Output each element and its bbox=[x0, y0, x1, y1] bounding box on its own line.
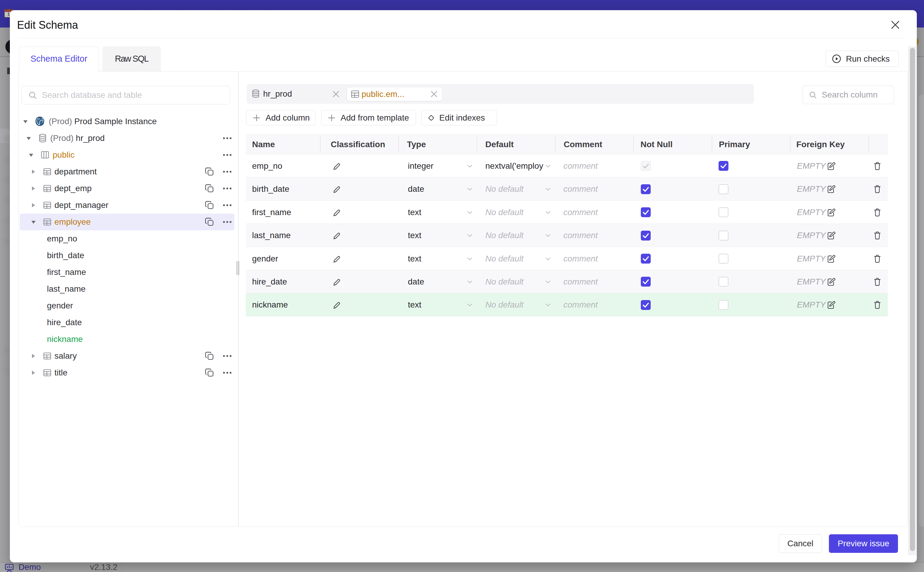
svg-text:1: 1 bbox=[8, 11, 10, 16]
